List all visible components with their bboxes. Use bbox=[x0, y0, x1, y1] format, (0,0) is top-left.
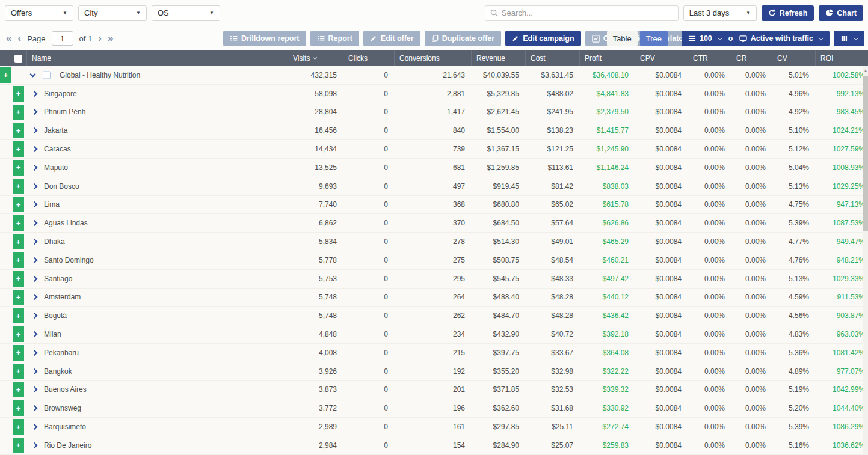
columns-dropdown[interactable] bbox=[834, 31, 864, 46]
report-button[interactable]: Report bbox=[310, 31, 359, 46]
scrollbar-thumb[interactable] bbox=[863, 76, 868, 231]
expand-plus-button[interactable]: + bbox=[13, 197, 24, 213]
city-filter-dropdown[interactable]: City ▼ bbox=[78, 5, 147, 21]
table-row[interactable]: + Bogotá 5,748 0 262 $484.70 $48.28 $436… bbox=[0, 307, 868, 325]
expand-plus-button[interactable]: + bbox=[13, 382, 24, 398]
row-expand-chevron-icon[interactable] bbox=[32, 202, 38, 208]
expand-plus-button[interactable]: + bbox=[13, 160, 24, 176]
table-row[interactable]: + Rio De Janeiro 2,984 0 154 $284.90 $25… bbox=[0, 436, 868, 455]
expand-plus-button[interactable]: + bbox=[13, 271, 24, 287]
row-expand-chevron-icon[interactable] bbox=[32, 313, 38, 319]
row-checkbox[interactable] bbox=[43, 71, 51, 79]
column-header-revenue[interactable]: Revenue bbox=[471, 50, 525, 66]
table-row[interactable]: + Aguas Lindas 6,862 0 370 $684.50 $57.6… bbox=[0, 214, 868, 233]
edit-offer-button[interactable]: Edit offer bbox=[363, 31, 420, 46]
row-expand-chevron-icon[interactable] bbox=[32, 442, 38, 448]
column-header-conversions[interactable]: Conversions bbox=[394, 50, 471, 66]
traffic-filter-dropdown[interactable]: Active with traffic bbox=[733, 31, 830, 46]
search-box[interactable] bbox=[485, 5, 679, 21]
table-row[interactable]: + Pekanbaru 4,008 0 215 $397.75 $33.67 $… bbox=[0, 344, 868, 362]
row-expand-chevron-icon[interactable] bbox=[32, 331, 38, 337]
row-expand-chevron-icon[interactable] bbox=[32, 127, 38, 133]
table-row[interactable]: + Amsterdam 5,748 0 264 $488.40 $48.28 $… bbox=[0, 289, 868, 307]
row-expand-chevron-icon[interactable] bbox=[32, 220, 38, 226]
drilldown-report-button[interactable]: Drilldown report bbox=[223, 31, 306, 46]
expand-plus-button[interactable]: + bbox=[13, 400, 24, 416]
column-header-cpv[interactable]: CPV bbox=[635, 50, 688, 66]
column-header-roi[interactable]: ROI bbox=[815, 50, 868, 66]
table-row[interactable]: + Santiago 5,753 0 295 $545.75 $48.33 $4… bbox=[0, 270, 868, 289]
table-row[interactable]: + Jakarta 16,456 0 840 $1,554.00 $138.23… bbox=[0, 121, 868, 140]
last-page-icon[interactable]: » bbox=[108, 32, 113, 44]
row-expand-chevron-icon[interactable] bbox=[32, 91, 38, 97]
column-header-clicks[interactable]: Clicks bbox=[343, 50, 394, 66]
row-expand-chevron-icon[interactable] bbox=[32, 386, 38, 392]
row-expand-chevron-icon[interactable] bbox=[32, 424, 38, 430]
expand-plus-button[interactable]: + bbox=[13, 123, 24, 138]
row-expand-chevron-icon[interactable] bbox=[32, 183, 38, 189]
table-row[interactable]: + Bangkok 3,926 0 192 $355.20 $32.98 $32… bbox=[0, 362, 868, 381]
column-header-cost[interactable]: Cost bbox=[525, 50, 579, 66]
column-header-cv[interactable]: CV bbox=[772, 50, 815, 66]
row-expand-chevron-icon[interactable] bbox=[32, 368, 38, 374]
table-row[interactable]: + Phnum Pénh 28,804 0 1,417 $2,621.45 $2… bbox=[0, 103, 868, 122]
table-row[interactable]: + Caracas 14,434 0 739 $1,367.15 $121.25… bbox=[0, 140, 868, 159]
page-number-input[interactable] bbox=[52, 31, 73, 46]
search-input[interactable] bbox=[502, 8, 673, 17]
expand-plus-button[interactable]: + bbox=[13, 252, 24, 268]
column-header-visits[interactable]: Visits bbox=[288, 50, 343, 66]
table-row[interactable]: + Milan 4,848 0 234 $432.90 $40.72 $392.… bbox=[0, 325, 868, 344]
table-row[interactable]: + Singapore 58,098 0 2,881 $5,329.85 $48… bbox=[0, 85, 868, 103]
first-page-icon[interactable]: « bbox=[6, 32, 11, 44]
row-expand-chevron-icon[interactable] bbox=[32, 257, 38, 263]
refresh-button[interactable]: Refresh bbox=[762, 5, 814, 21]
expand-plus-button[interactable]: + bbox=[13, 290, 24, 305]
expand-plus-button[interactable]: + bbox=[13, 141, 24, 157]
chart-button[interactable]: Chart bbox=[819, 5, 863, 21]
prev-page-icon[interactable]: ‹ bbox=[17, 32, 21, 44]
expand-plus-button[interactable]: + bbox=[13, 105, 24, 120]
next-page-icon[interactable]: › bbox=[98, 32, 102, 44]
column-header-profit[interactable]: Profit bbox=[579, 50, 635, 66]
expand-plus-button[interactable]: + bbox=[13, 326, 24, 342]
row-expand-chevron-icon[interactable] bbox=[32, 146, 38, 152]
row-expand-chevron-icon[interactable] bbox=[32, 109, 38, 115]
row-expand-chevron-icon[interactable] bbox=[32, 239, 38, 245]
duplicate-offer-button[interactable]: Duplicate offer bbox=[425, 31, 502, 46]
table-view-toggle[interactable]: Table bbox=[607, 31, 638, 46]
expand-plus-button[interactable]: + bbox=[13, 308, 24, 323]
row-expand-chevron-icon[interactable] bbox=[32, 295, 38, 301]
expand-plus-button[interactable]: + bbox=[13, 364, 24, 379]
expand-plus-button[interactable]: + bbox=[13, 86, 24, 102]
expand-plus-button[interactable]: + bbox=[13, 179, 24, 194]
expand-plus-button[interactable]: + bbox=[13, 438, 24, 453]
expand-plus-button[interactable]: + bbox=[13, 345, 24, 361]
row-expand-chevron-icon[interactable] bbox=[30, 71, 36, 77]
table-row[interactable]: + Don Bosco 9,693 0 497 $919.45 $81.42 $… bbox=[0, 177, 868, 196]
row-expand-chevron-icon[interactable] bbox=[32, 165, 38, 171]
column-header-ctr[interactable]: CTR bbox=[688, 50, 731, 66]
expand-plus-button[interactable]: + bbox=[13, 234, 24, 249]
column-header-name[interactable]: Name bbox=[26, 50, 288, 66]
row-expand-chevron-icon[interactable] bbox=[32, 276, 38, 282]
rows-per-page-dropdown[interactable]: 100 bbox=[682, 31, 728, 46]
column-header-cr[interactable]: CR bbox=[731, 50, 772, 66]
tree-view-toggle[interactable]: Tree bbox=[640, 31, 668, 46]
table-row[interactable]: + Barquisimeto 2,989 0 161 $297.85 $25.1… bbox=[0, 418, 868, 436]
expand-plus-button[interactable]: + bbox=[13, 215, 24, 231]
row-expand-chevron-icon[interactable] bbox=[32, 405, 38, 411]
table-row[interactable]: + Brownsweg 3,772 0 196 $362.60 $31.68 $… bbox=[0, 399, 868, 418]
table-row[interactable]: + Dhaka 5,834 0 278 $514.30 $49.01 $465.… bbox=[0, 233, 868, 251]
edit-campaign-button[interactable]: Edit campaign bbox=[505, 31, 580, 46]
table-row[interactable]: + Buenos Aires 3,873 0 201 $371.85 $32.5… bbox=[0, 381, 868, 400]
vertical-scrollbar[interactable]: ▲ bbox=[863, 66, 868, 455]
table-row[interactable]: + Santo Domingo 5,778 0 275 $508.75 $48.… bbox=[0, 251, 868, 270]
expand-plus-button[interactable]: + bbox=[0, 67, 11, 83]
date-range-dropdown[interactable]: Last 3 days ▼ bbox=[683, 5, 757, 21]
table-row[interactable]: + Maputo 13,525 0 681 $1,259.85 $113.61 … bbox=[0, 159, 868, 177]
scroll-up-arrow-icon[interactable]: ▲ bbox=[863, 66, 868, 75]
select-all-checkbox[interactable] bbox=[14, 55, 22, 63]
os-filter-dropdown[interactable]: OS ▼ bbox=[152, 5, 220, 21]
table-row[interactable]: + Global - Healthy Nutrition 432,315 0 2… bbox=[0, 66, 868, 85]
expand-plus-button[interactable]: + bbox=[13, 419, 24, 435]
